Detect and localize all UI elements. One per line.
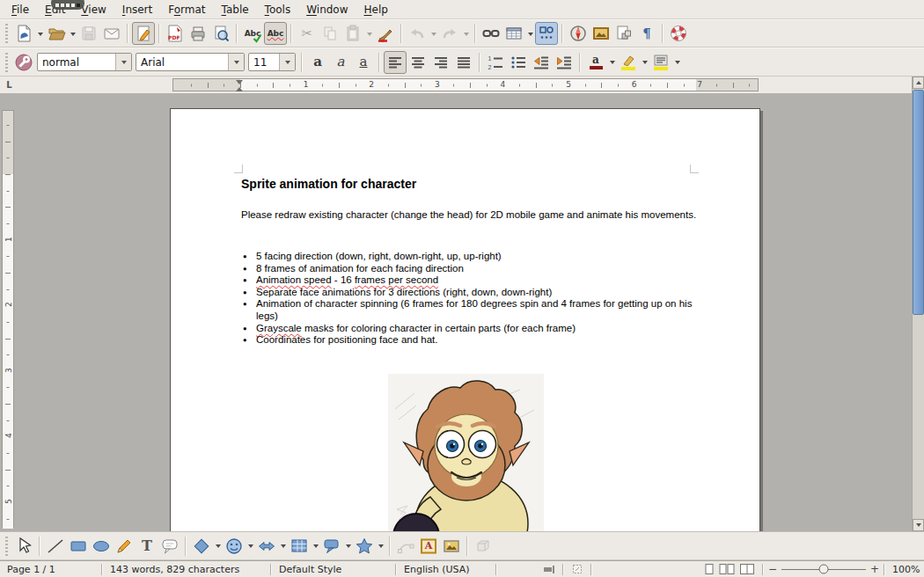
line-tool-button[interactable] [44, 535, 67, 558]
numbered-list-button[interactable]: 12 [484, 51, 507, 74]
flowchart-button[interactable] [288, 535, 311, 558]
align-right-button[interactable] [429, 51, 452, 74]
menu-item-format[interactable]: Format [160, 2, 213, 18]
zoom-value[interactable]: 100% [885, 561, 924, 577]
document-page[interactable]: Sprite animation for character Please re… [170, 108, 760, 531]
callouts-shapes-dropdown[interactable] [343, 535, 353, 558]
ellipse-tool-button[interactable] [90, 535, 113, 558]
toolbar-grip-3[interactable] [4, 537, 10, 556]
new-document-dropdown[interactable] [35, 22, 45, 45]
fontwork-button[interactable]: A [417, 535, 440, 558]
callouts-shapes-button[interactable] [320, 535, 343, 558]
underline-button[interactable]: a [352, 51, 375, 74]
paragraph-style-dropdown[interactable] [115, 54, 131, 70]
menu-item-table[interactable]: Table [214, 2, 257, 18]
redo-button[interactable] [438, 22, 461, 45]
basic-shapes-dropdown[interactable] [213, 535, 223, 558]
menu-item-tools[interactable]: Tools [257, 2, 299, 18]
highlighting-dropdown[interactable] [640, 51, 649, 74]
scrollbar-thumb[interactable] [913, 90, 924, 315]
open-button[interactable] [45, 22, 68, 45]
rectangle-tool-button[interactable] [67, 535, 90, 558]
insert-picture-button[interactable] [440, 535, 463, 558]
insert-mode-indicator[interactable] [536, 561, 562, 577]
undo-dropdown[interactable] [429, 22, 438, 45]
data-sources-button[interactable] [612, 22, 635, 45]
zoom-slider[interactable] [781, 561, 866, 577]
cut-button[interactable]: ✂ [296, 22, 319, 45]
paste-dropdown[interactable] [364, 22, 374, 45]
word-count[interactable]: 143 words, 829 characters [103, 561, 270, 577]
block-arrows-dropdown[interactable] [278, 535, 288, 558]
book-view-icon[interactable] [739, 563, 755, 575]
scroll-down-button[interactable] [913, 519, 924, 531]
font-size-combo[interactable]: 11 [248, 53, 296, 71]
auto-spellcheck-button[interactable]: Abc [264, 22, 287, 45]
callout-tool-button[interactable] [158, 535, 181, 558]
bold-button[interactable]: a [306, 51, 329, 74]
font-color-dropdown[interactable] [607, 51, 617, 74]
page-indicator[interactable]: Page 1 / 1 [0, 561, 101, 577]
page-style[interactable]: Default Style [272, 561, 395, 577]
background-color-button[interactable] [649, 51, 672, 74]
page-preview-button[interactable] [209, 22, 232, 45]
bullet-list[interactable]: 5 facing direction (down, right, down-ri… [241, 251, 700, 347]
insert-table-button[interactable] [502, 22, 525, 45]
redo-dropdown[interactable] [461, 22, 471, 45]
flowchart-dropdown[interactable] [311, 535, 320, 558]
highlighting-button[interactable] [617, 51, 640, 74]
font-color-button[interactable]: a [584, 51, 607, 74]
character-image[interactable] [388, 374, 544, 531]
align-left-button[interactable] [384, 51, 407, 74]
decrease-indent-button[interactable] [530, 51, 553, 74]
align-center-button[interactable] [407, 51, 429, 74]
new-document-button[interactable] [12, 22, 35, 45]
document-heading[interactable]: Sprite animation for character [241, 177, 416, 191]
menu-item-file[interactable]: File [4, 2, 37, 18]
menu-item-window[interactable]: Window [298, 2, 356, 18]
italic-button[interactable]: a [329, 51, 352, 74]
select-tool-button[interactable] [12, 535, 35, 558]
toolbar-grip[interactable] [4, 24, 10, 43]
basic-shapes-button[interactable] [190, 535, 213, 558]
paragraph-style-combo[interactable]: normal [37, 53, 132, 71]
insert-table-dropdown[interactable] [525, 22, 535, 45]
format-paintbrush-button[interactable] [374, 22, 397, 45]
print-button[interactable] [187, 22, 209, 45]
menu-item-help[interactable]: Help [356, 2, 396, 18]
paste-button[interactable] [341, 22, 364, 45]
freeform-line-button[interactable] [113, 535, 136, 558]
navigator-button[interactable] [567, 22, 590, 45]
stars-button[interactable] [353, 535, 376, 558]
background-color-dropdown[interactable] [672, 51, 682, 74]
help-button[interactable] [667, 22, 690, 45]
copy-button[interactable] [319, 22, 341, 45]
email-button[interactable] [100, 22, 123, 45]
export-pdf-button[interactable]: PDF [164, 22, 187, 45]
tab-stop-selector[interactable]: L [4, 79, 15, 91]
symbol-shapes-button[interactable] [223, 535, 246, 558]
single-page-view-icon[interactable] [704, 563, 715, 575]
spellcheck-button[interactable]: Abc [241, 22, 264, 45]
horizontal-ruler[interactable]: 1234567 [172, 78, 759, 91]
selection-mode-indicator[interactable] [564, 561, 590, 577]
styles-button[interactable] [12, 51, 35, 74]
justify-button[interactable] [452, 51, 475, 74]
scroll-up-button[interactable] [913, 77, 924, 89]
font-name-dropdown[interactable] [228, 54, 244, 70]
stars-dropdown[interactable] [376, 535, 385, 558]
font-size-dropdown[interactable] [279, 54, 295, 70]
zoom-slider-thumb[interactable] [818, 565, 828, 574]
zoom-in-button[interactable]: + [866, 563, 884, 575]
document-intro-paragraph[interactable]: Please redraw existing character (change… [241, 208, 699, 222]
hyperlink-button[interactable] [480, 22, 502, 45]
gallery-button[interactable] [590, 22, 612, 45]
font-name-combo[interactable]: Arial [136, 53, 245, 71]
save-button[interactable] [77, 22, 100, 45]
zoom-out-button[interactable]: − [764, 563, 781, 575]
language-selector[interactable]: English (USA) [397, 561, 495, 577]
indent-marker[interactable] [236, 80, 244, 91]
formatting-marks-button[interactable]: ¶ [635, 22, 658, 45]
menu-item-insert[interactable]: Insert [114, 2, 160, 18]
text-tool-button[interactable]: T [136, 535, 158, 558]
